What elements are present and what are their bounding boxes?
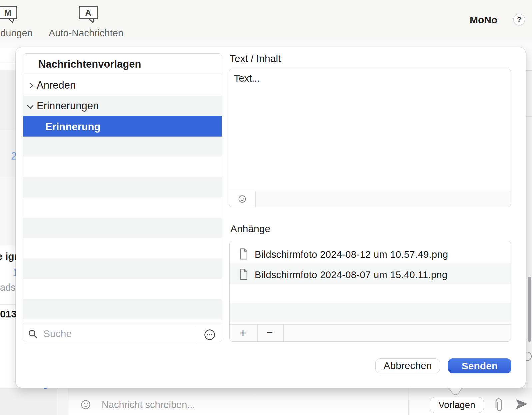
- svg-text:A: A: [85, 8, 91, 17]
- svg-text:M: M: [4, 8, 11, 17]
